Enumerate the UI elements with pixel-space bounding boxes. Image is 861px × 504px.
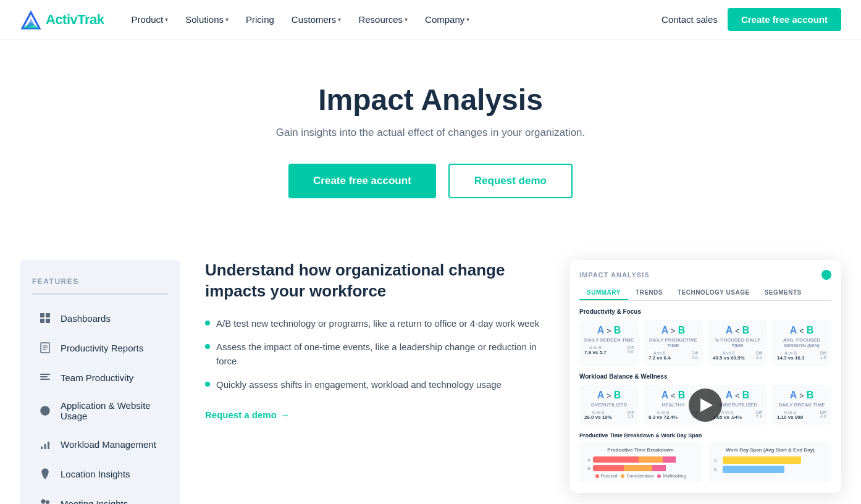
bullet-dot — [205, 321, 210, 326]
dash-card-focused-session: A < B Avg. Focused Session (min) A vs B1… — [772, 320, 831, 366]
hero-subtitle: Gain insights into the actual effect of … — [12, 127, 849, 139]
create-account-hero-button[interactable]: Create free account — [288, 164, 436, 198]
dash-cards-row2: A > B Overutilized A vs B26.0 vs 19% Dif… — [579, 385, 831, 425]
contact-sales-link[interactable]: Contact sales — [662, 14, 718, 25]
dash-card-screen-time: A > B Daily Screen Time A vs B7.9 vs 5.7… — [579, 320, 639, 366]
dash-section2-title: Workload Balance & Wellness — [579, 373, 831, 380]
meeting-icon — [38, 497, 52, 504]
app-usage-icon — [38, 404, 52, 418]
bar-track-b — [593, 465, 697, 471]
logo[interactable]: ActivTrak — [20, 9, 104, 31]
hero-title: Impact Analysis — [12, 83, 849, 117]
request-demo-link[interactable]: Request a demo → — [205, 410, 545, 420]
navbar: ActivTrak Product ▾ Solutions ▾ Pricing … — [0, 0, 861, 40]
logo-text-2: Trak — [77, 12, 104, 27]
svg-point-22 — [46, 501, 49, 504]
video-play-button[interactable] — [689, 388, 722, 422]
workday-bars: A B — [714, 456, 826, 473]
seg-multitask — [663, 456, 676, 463]
bar-track-a — [593, 456, 697, 463]
bullet-dot — [205, 382, 210, 387]
dash-card-productive-time: A > B Daily Productive Time A vs B7.2 vs… — [644, 320, 703, 366]
dash-cards-row1: A > B Daily Screen Time A vs B7.9 vs 5.7… — [579, 320, 831, 366]
nav-company[interactable]: Company ▾ — [418, 9, 477, 30]
nav-links: Product ▾ Solutions ▾ Pricing Customers … — [124, 9, 662, 30]
sidebar-items-list: Dashboards Productivity Reports Team Pro… — [32, 304, 168, 504]
svg-rect-18 — [44, 444, 46, 449]
dash-status-dot — [821, 270, 831, 280]
dash-tab-summary[interactable]: Summary — [579, 286, 628, 300]
sidebar-item-label: Productivity Reports — [61, 343, 143, 353]
features-main: Understand how organizational change imp… — [205, 260, 841, 504]
dash-bottom-title: Productive Time Breakdown & Work Day Spa… — [579, 432, 831, 439]
chevron-down-icon: ▾ — [405, 16, 408, 23]
hero-buttons: Create free account Request demo — [12, 164, 849, 198]
dashboard-preview: IMPACT ANALYSIS Summary Trends Technolog… — [569, 260, 841, 493]
nav-solutions[interactable]: Solutions ▾ — [178, 9, 236, 30]
chart1-legend: Focused Conscientious Multitasking — [584, 474, 697, 478]
svg-rect-4 — [46, 313, 50, 317]
seg-focused — [593, 456, 639, 463]
svg-rect-5 — [40, 319, 44, 323]
bullet-dot — [205, 344, 210, 349]
bullet-list: A/B test new technology or programs, lik… — [205, 317, 545, 392]
sidebar-item-app-website-usage[interactable]: Application & Website Usage — [32, 393, 168, 428]
request-demo-hero-button[interactable]: Request demo — [448, 164, 573, 198]
sidebar-item-label: Dashboards — [61, 313, 111, 324]
svg-rect-6 — [46, 319, 50, 323]
nav-product[interactable]: Product ▾ — [124, 9, 176, 30]
seg-multitask — [652, 465, 666, 471]
svg-point-21 — [41, 500, 45, 503]
dash-bottom-section: Productive Time Breakdown & Work Day Spa… — [579, 432, 831, 483]
nav-resources[interactable]: Resources ▾ — [351, 9, 415, 30]
workday-span-chart: Work Day Span (Avg Start & End Day) A B — [709, 442, 831, 483]
dash-card-break-time: A > B Daily Break Time A vs B1.10 vs 908… — [772, 385, 831, 425]
sidebar-item-label: Meeting Insights — [61, 498, 128, 505]
dash-bottom-charts: Productive Time Breakdown A B — [579, 442, 831, 483]
dash-tab-trends[interactable]: Trends — [628, 286, 670, 300]
logo-text-1: Activ — [46, 12, 77, 27]
sidebar-item-productivity-reports[interactable]: Productivity Reports — [32, 334, 168, 361]
svg-rect-17 — [41, 447, 43, 449]
svg-rect-12 — [40, 376, 48, 377]
nav-right: Contact sales Create free account — [662, 8, 841, 31]
bullet-item-1: A/B test new technology or programs, lik… — [205, 317, 545, 331]
wday-row-b: B — [714, 466, 826, 473]
svg-point-20 — [44, 471, 46, 473]
dash-section1-title: Productivity & Focus — [579, 308, 831, 315]
productive-time-chart: Productive Time Breakdown A B — [579, 442, 702, 483]
dash-tab-tech-usage[interactable]: Technology Usage — [670, 286, 757, 300]
bullet-item-2: Assess the impact of one-time events, li… — [205, 340, 545, 368]
dash-card-overutilized: A > B Overutilized A vs B26.0 vs 19% Dif… — [579, 385, 639, 425]
dash-tabs: Summary Trends Technology Usage Segments — [579, 286, 831, 301]
sidebar-item-workload-management[interactable]: Workload Management — [32, 430, 168, 458]
sidebar-item-meeting-insights[interactable]: Meeting Insights — [32, 490, 168, 504]
nav-customers[interactable]: Customers ▾ — [284, 9, 349, 30]
chart1-bar-b: B — [584, 465, 697, 471]
legend-conscientious: Conscientious — [621, 474, 653, 478]
create-account-nav-button[interactable]: Create free account — [728, 8, 841, 31]
wday-bar-b — [723, 466, 784, 473]
arrow-right-icon: → — [280, 410, 290, 420]
bullet-item-3: Quickly assess shifts in engagement, wor… — [205, 378, 545, 392]
dash-tab-segments[interactable]: Segments — [757, 286, 809, 300]
dash-header: IMPACT ANALYSIS — [579, 270, 831, 280]
seg-focused — [593, 465, 624, 471]
chevron-down-icon: ▾ — [225, 16, 229, 23]
team-icon — [38, 371, 52, 384]
content-text: Understand how organizational change imp… — [205, 260, 545, 420]
seg-conscious — [639, 456, 663, 463]
sidebar-item-dashboards[interactable]: Dashboards — [32, 304, 168, 332]
chevron-down-icon: ▾ — [165, 16, 168, 23]
dashboards-icon — [38, 311, 52, 325]
chart2-title: Work Day Span (Avg Start & End Day) — [714, 447, 826, 453]
svg-rect-11 — [40, 379, 50, 380]
sidebar-item-location-insights[interactable]: Location Insights — [32, 460, 168, 487]
sidebar-item-team-productivity[interactable]: Team Productivity — [32, 364, 168, 391]
legend-focused: Focused — [595, 474, 618, 478]
svg-rect-13 — [40, 374, 50, 375]
svg-rect-3 — [40, 313, 44, 317]
nav-pricing[interactable]: Pricing — [238, 9, 282, 30]
features-sidebar: FEATURES Dashboards Productivity Reports… — [20, 260, 180, 504]
sidebar-item-label: Location Insights — [61, 469, 130, 479]
